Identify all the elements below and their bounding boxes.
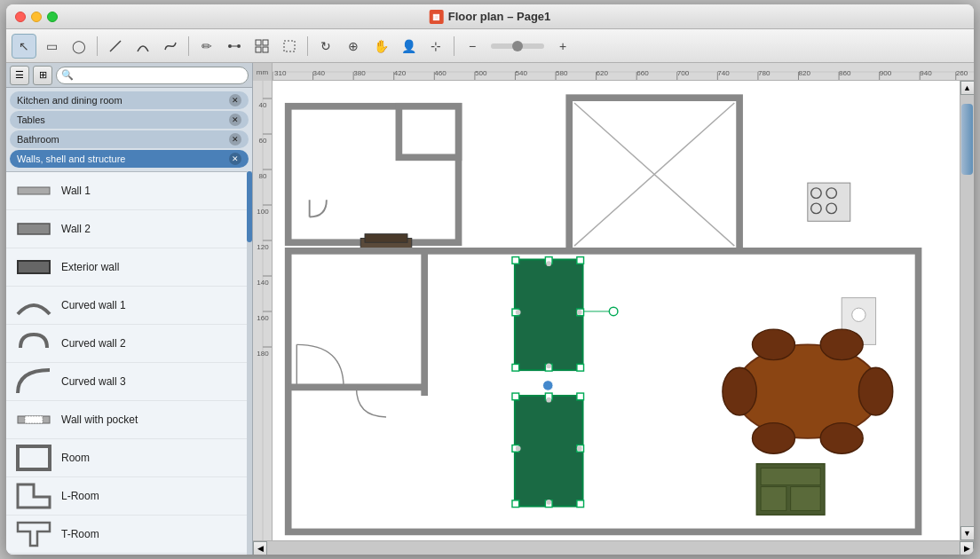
category-chips: Kitchen and dining room ✕ Tables ✕ Bathr… [6, 88, 252, 171]
svg-point-126 [543, 381, 554, 391]
svg-text:100: 100 [257, 208, 269, 216]
lroom-preview [15, 483, 52, 509]
wall1-preview [15, 177, 52, 204]
zoom-out-button[interactable]: − [460, 34, 485, 59]
sidebar-list-view[interactable]: ☰ [10, 66, 29, 85]
pocket-label: Wall with pocket [61, 413, 138, 426]
pencil-tool-button[interactable]: ✏ [194, 34, 219, 59]
svg-rect-13 [25, 416, 43, 423]
scroll-up-arrow[interactable]: ▲ [960, 81, 975, 95]
svg-rect-102 [515, 259, 583, 370]
sidebar-grid-view[interactable]: ⊞ [33, 66, 52, 85]
chip-tables[interactable]: Tables ✕ [10, 111, 249, 129]
sidebar-scrollbar[interactable] [247, 171, 252, 555]
svg-text:660: 660 [636, 69, 649, 77]
shape-item-lroom[interactable]: L-Room [6, 477, 247, 516]
toolbar-sep-2 [188, 36, 189, 56]
arc-tool-button[interactable] [130, 34, 155, 59]
chip-walls-close[interactable]: ✕ [229, 153, 241, 165]
svg-rect-110 [577, 364, 584, 371]
zoom-in-button[interactable]: + [550, 34, 575, 59]
rectangle-tool-button[interactable]: ▭ [39, 34, 64, 59]
pan-button[interactable]: ✋ [368, 34, 393, 59]
close-button[interactable] [15, 12, 26, 22]
svg-rect-8 [284, 41, 295, 51]
svg-text:40: 40 [259, 101, 267, 109]
shape-item-curved3[interactable]: Curved wall 3 [6, 363, 247, 401]
shape-item-divider[interactable]: Room divider [6, 554, 247, 555]
window-controls [15, 12, 58, 22]
scroll-track[interactable] [960, 95, 974, 526]
chip-kitchen-close[interactable]: ✕ [229, 94, 241, 106]
user-button[interactable]: 👤 [396, 34, 421, 59]
svg-text:540: 540 [515, 69, 527, 77]
svg-point-127 [546, 398, 551, 403]
svg-point-112 [609, 307, 618, 316]
scroll-thumb[interactable] [961, 104, 973, 175]
scroll-right-arrow[interactable]: ▶ [960, 541, 974, 555]
wall1-label: Wall 1 [61, 185, 91, 197]
shape-item-curved2[interactable]: Curved wall 2 [6, 325, 247, 363]
line-tool-button[interactable] [103, 34, 128, 59]
pointer-button[interactable]: ⊹ [423, 34, 448, 59]
shape-item-curved1[interactable]: Curved wall 1 [6, 287, 247, 325]
chip-bathroom[interactable]: Bathroom ✕ [10, 130, 249, 148]
vertical-scrollbar[interactable]: ▲ ▼ [960, 81, 974, 540]
maximize-button[interactable] [47, 12, 58, 22]
h-scroll-track[interactable] [267, 541, 960, 555]
minimize-button[interactable] [31, 12, 42, 22]
wall2-label: Wall 2 [61, 223, 91, 235]
shape-item-wall1[interactable]: Wall 1 [6, 172, 247, 210]
scroll-down-arrow[interactable]: ▼ [960, 526, 975, 540]
svg-rect-141 [791, 487, 821, 511]
svg-text:580: 580 [556, 69, 568, 77]
chip-bathroom-close[interactable]: ✕ [229, 133, 241, 146]
shape-item-troom[interactable]: T-Room [6, 516, 247, 554]
curved3-label: Curved wall 3 [61, 375, 126, 388]
main-content: ☰ ⊞ 🔍 Kitchen and dining room ✕ Tables ✕ [6, 63, 974, 555]
chip-tables-close[interactable]: ✕ [229, 114, 241, 126]
group-tool-button[interactable] [249, 34, 274, 59]
svg-text:900: 900 [880, 69, 892, 77]
ellipse-tool-button[interactable]: ◯ [67, 34, 91, 59]
select-tool-button[interactable]: ↖ [12, 34, 36, 59]
room-label: Room [61, 452, 90, 464]
main-toolbar: ↖ ▭ ◯ ✏ ↻ ⊕ ✋ 👤 ⊹ − [6, 29, 974, 63]
svg-text:460: 460 [434, 69, 447, 77]
svg-text:180: 180 [257, 350, 269, 358]
arrange-tool-button[interactable] [277, 34, 302, 59]
zoom-fit-button[interactable]: ⊕ [341, 34, 366, 59]
sidebar-controls: ☰ ⊞ 🔍 [6, 63, 252, 88]
shape-item-exterior[interactable]: Exterior wall [6, 248, 247, 287]
shape-list-container: Wall 1 Wall 2 [6, 171, 252, 555]
svg-rect-11 [18, 261, 50, 273]
svg-text:60: 60 [259, 137, 267, 145]
floor-plan[interactable] [273, 81, 960, 540]
chip-kitchen[interactable]: Kitchen and dining room ✕ [10, 91, 249, 109]
svg-rect-7 [263, 47, 268, 52]
titlebar: ▦ Floor plan – Page1 [6, 4, 974, 29]
svg-rect-123 [512, 500, 519, 508]
shape-item-pocket[interactable]: Wall with pocket [6, 401, 247, 439]
svg-rect-76 [399, 106, 458, 158]
svg-point-132 [723, 367, 756, 415]
shape-item-room[interactable]: Room [6, 439, 247, 477]
refresh-button[interactable]: ↻ [313, 34, 338, 59]
svg-text:700: 700 [677, 69, 690, 77]
svg-text:940: 940 [920, 69, 932, 77]
curve-tool-button[interactable] [158, 34, 183, 59]
pocket-preview [15, 406, 52, 433]
search-input[interactable] [56, 67, 249, 84]
scroll-left-arrow[interactable]: ◀ [253, 541, 267, 555]
chip-walls[interactable]: Walls, shell and structure ✕ [10, 150, 249, 168]
shape-list: Wall 1 Wall 2 [6, 171, 247, 555]
room-preview [15, 445, 52, 471]
ruler-vertical: 40 60 80 100 120 140 160 [253, 81, 273, 540]
svg-text:420: 420 [394, 69, 407, 77]
exterior-preview [15, 254, 52, 280]
shape-item-wall2[interactable]: Wall 2 [6, 210, 247, 248]
connect-tool-button[interactable] [222, 34, 247, 59]
horizontal-scrollbar[interactable]: ◀ ▶ [253, 540, 974, 555]
curved2-preview [15, 330, 52, 357]
svg-point-129 [516, 446, 521, 452]
